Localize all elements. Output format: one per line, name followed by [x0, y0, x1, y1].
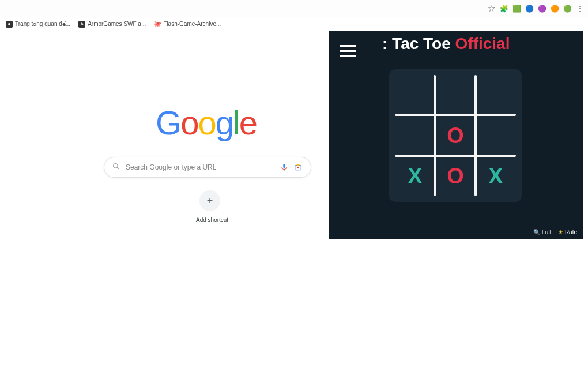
fullscreen-button[interactable]: 🔍 Full: [533, 229, 551, 235]
rate-button[interactable]: ★ Rate: [558, 229, 577, 235]
cell-1-2[interactable]: [476, 115, 516, 156]
extension-icon[interactable]: 🟩: [512, 4, 521, 13]
cell-mark: O: [447, 123, 464, 148]
cell-0-0[interactable]: [395, 75, 435, 115]
tictactoe-panel: : Tac Toe Official O X O X 🔍: [329, 31, 583, 239]
rate-label: Rate: [565, 229, 577, 235]
github-favicon-icon: 🐙: [154, 21, 161, 28]
grid-line: [395, 114, 516, 116]
more-icon[interactable]: ⋮: [575, 4, 585, 13]
cell-mark: X: [488, 164, 503, 189]
search-bar[interactable]: [104, 157, 311, 178]
add-shortcut-button[interactable]: +: [199, 190, 220, 211]
grid-line: [395, 155, 516, 157]
cell-0-2[interactable]: [476, 75, 516, 115]
google-logo: Google: [156, 103, 257, 142]
title-part1: : Tac Toe: [382, 35, 451, 52]
search-input[interactable]: [126, 163, 275, 171]
cell-2-2[interactable]: X: [476, 156, 516, 196]
extension-icon[interactable]: 🟠: [550, 4, 559, 13]
plus-icon: +: [207, 195, 213, 207]
grid-line: [434, 75, 436, 196]
bookmark-label: Flash-Game-Archive...: [163, 21, 221, 27]
svg-point-5: [297, 167, 299, 169]
cell-2-0[interactable]: X: [395, 156, 435, 196]
menu-button[interactable]: [340, 45, 356, 57]
bookmark-label: Trang tổng quan đế...: [15, 21, 70, 27]
extension-icon[interactable]: 🔵: [525, 4, 534, 13]
image-search-icon[interactable]: [293, 163, 303, 172]
cell-1-0[interactable]: [395, 115, 435, 156]
logo-letter: g: [216, 104, 233, 141]
bookmark-item[interactable]: ● Trang tổng quan đế...: [6, 21, 70, 28]
fullscreen-label: Full: [542, 229, 551, 235]
cell-2-1[interactable]: O: [435, 156, 476, 196]
extension-icon[interactable]: 🟢: [563, 4, 572, 13]
logo-letter: e: [239, 104, 257, 141]
bookmark-label: ArmorGames SWF a...: [88, 21, 146, 27]
svg-line-1: [117, 167, 119, 169]
star-icon: ★: [558, 229, 563, 235]
bookmark-favicon-icon: A: [78, 21, 85, 28]
extension-icon[interactable]: 🟣: [537, 4, 546, 13]
browser-toolbar: ☆ 🧩 🟩 🔵 🟣 🟠 🟢 ⋮: [0, 0, 588, 17]
extension-icon[interactable]: 🧩: [499, 4, 508, 13]
add-shortcut-tile[interactable]: + Add shortcut: [196, 190, 224, 223]
shortcut-label: Add shortcut: [196, 217, 224, 223]
cell-1-1[interactable]: O: [435, 115, 476, 156]
bookmark-favicon-icon: ●: [6, 21, 13, 28]
cell-mark: O: [447, 164, 464, 189]
bookmark-star-icon[interactable]: ☆: [487, 4, 496, 13]
bookmark-item[interactable]: A ArmorGames SWF a...: [78, 21, 146, 28]
svg-rect-6: [297, 164, 300, 166]
game-footer: 🔍 Full ★ Rate: [533, 229, 577, 235]
cell-mark: X: [408, 164, 422, 189]
logo-letter: G: [156, 104, 180, 141]
svg-rect-2: [283, 164, 285, 168]
game-title: : Tac Toe Official: [382, 35, 510, 53]
bookmarks-bar: ● Trang tổng quan đế... A ArmorGames SWF…: [0, 17, 588, 31]
cell-0-1[interactable]: [435, 75, 476, 115]
bookmark-item[interactable]: 🐙 Flash-Game-Archive...: [154, 21, 221, 28]
game-board-container: O X O X: [389, 69, 522, 202]
logo-letter: o: [198, 104, 215, 141]
new-tab-page: Google + Add shortcut : Tac Toe Official: [0, 31, 588, 368]
logo-letter: o: [180, 104, 198, 141]
game-board: O X O X: [395, 75, 516, 196]
extension-toolbar: ☆ 🧩 🟩 🔵 🟣 🟠 🟢 ⋮: [487, 4, 585, 13]
fullscreen-icon: 🔍: [533, 229, 540, 235]
search-icon: [112, 163, 120, 172]
grid-line: [474, 75, 477, 196]
title-part2: Official: [455, 35, 510, 52]
svg-point-0: [114, 164, 118, 168]
voice-search-icon[interactable]: [280, 163, 289, 172]
logo-letter: l: [233, 104, 239, 141]
